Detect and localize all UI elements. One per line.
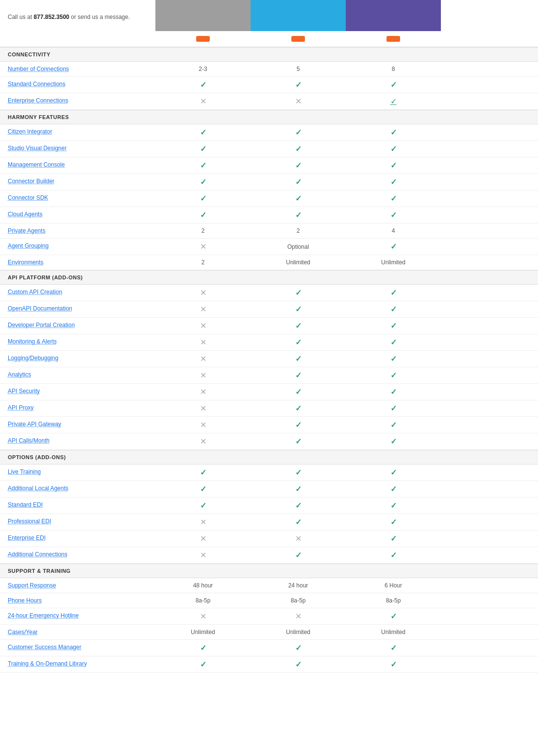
row-standard-0-2: ✕ <box>155 93 251 109</box>
row-label-4-3[interactable]: Cases/Year <box>0 625 155 639</box>
row-professional-2-8: ✓ <box>251 417 346 433</box>
enterprise-contact-cell <box>346 31 441 47</box>
phone-number: 877.852.3500 <box>34 14 69 20</box>
col-professional-header <box>251 0 346 31</box>
professional-contact-button[interactable] <box>291 36 305 42</box>
row-label-3-0[interactable]: Live Training <box>0 464 155 481</box>
row-enterprise-1-4: ✓ <box>346 190 441 206</box>
row-enterprise-3-4: ✓ <box>346 531 441 547</box>
row-standard-3-5: ✕ <box>155 547 251 563</box>
row-label-2-0[interactable]: Custom API Creation <box>0 285 155 301</box>
row-enterprise-1-7: ✓ <box>346 239 441 255</box>
row-enterprise-1-2: ✓ <box>346 157 441 173</box>
header-description: Call us at 877.852.3500 or send us a mes… <box>8 13 148 21</box>
row-professional-3-5: ✓ <box>251 547 346 563</box>
row-label-1-1[interactable]: Studio Visual Designer <box>0 141 155 157</box>
section-fill-pro-4 <box>251 564 346 578</box>
row-label-3-5[interactable]: Additional Connections <box>0 547 155 563</box>
row-label-1-3[interactable]: Connector Builder <box>0 174 155 190</box>
table-row: Training & On-Demand Library ✓ ✓ ✓ <box>0 656 538 673</box>
row-standard-4-0: 48 hour <box>155 578 251 593</box>
row-standard-3-4: ✕ <box>155 531 251 547</box>
row-label-3-2[interactable]: Standard EDI <box>0 498 155 514</box>
row-standard-2-7: ✕ <box>155 400 251 416</box>
row-label-2-3[interactable]: Monitoring & Alerts <box>0 334 155 350</box>
row-label-1-5[interactable]: Cloud Agents <box>0 207 155 223</box>
row-label-2-1[interactable]: OpenAPI Documentation <box>0 301 155 317</box>
row-professional-2-1: ✓ <box>251 301 346 317</box>
section-header-2: API PLATFORM (ADD-ONS) <box>0 270 538 285</box>
row-label-4-0[interactable]: Support Response <box>0 578 155 593</box>
row-professional-0-0: 5 <box>251 62 346 76</box>
row-label-2-8[interactable]: Private API Gateway <box>0 417 155 433</box>
row-label-2-9[interactable]: API Calls/Month <box>0 433 155 449</box>
col-enterprise-header <box>346 0 441 31</box>
row-professional-1-5: ✓ <box>251 207 346 223</box>
row-standard-3-2: ✓ <box>155 498 251 514</box>
standard-contact-button[interactable] <box>196 36 210 42</box>
row-enterprise-2-9: ✓ <box>346 433 441 449</box>
row-standard-1-6: 2 <box>155 223 251 238</box>
section-label-4: SUPPORT & TRAINING <box>0 564 155 578</box>
row-enterprise-4-0: 6 Hour <box>346 578 441 593</box>
row-label-1-7[interactable]: Agent Grouping <box>0 239 155 255</box>
row-label-2-5[interactable]: Analytics <box>0 367 155 383</box>
row-enterprise-1-1: ✓ <box>346 141 441 157</box>
row-standard-2-4: ✕ <box>155 351 251 367</box>
row-enterprise-2-1: ✓ <box>346 301 441 317</box>
row-label-0-2[interactable]: Enterprise Connections <box>0 93 155 109</box>
row-professional-4-1: 8a-5p <box>251 593 346 608</box>
row-standard-2-2: ✕ <box>155 318 251 334</box>
section-fill-ent-3 <box>346 450 441 464</box>
row-enterprise-4-1: 8a-5p <box>346 593 441 608</box>
standard-contact-cell <box>155 31 251 47</box>
row-enterprise-3-1: ✓ <box>346 481 441 497</box>
row-enterprise-2-7: ✓ <box>346 400 441 416</box>
row-professional-4-4: ✓ <box>251 640 346 656</box>
row-label-4-2[interactable]: 24-hour Emergency Hotline <box>0 608 155 624</box>
row-label-2-7[interactable]: API Proxy <box>0 400 155 416</box>
row-standard-1-7: ✕ <box>155 239 251 255</box>
row-label-1-2[interactable]: Management Console <box>0 157 155 173</box>
section-header-4: SUPPORT & TRAINING <box>0 564 538 578</box>
row-label-4-1[interactable]: Phone Hours <box>0 593 155 608</box>
row-label-2-2[interactable]: Developer Portal Creation <box>0 318 155 334</box>
row-label-3-1[interactable]: Additional Local Agents <box>0 481 155 497</box>
row-label-2-6[interactable]: API Security <box>0 384 155 400</box>
table-row: Number of Connections 2-3 5 8 <box>0 62 538 77</box>
row-label-3-4[interactable]: Enterprise EDI <box>0 531 155 547</box>
section-fill-std-1 <box>155 110 251 124</box>
row-professional-4-3: Unlimited <box>251 625 346 639</box>
table-row: Monitoring & Alerts ✕ ✓ ✓ <box>0 334 538 351</box>
row-enterprise-2-8: ✓ <box>346 417 441 433</box>
row-label-4-4[interactable]: Customer Success Manager <box>0 640 155 656</box>
row-label-0-0[interactable]: Number of Connections <box>0 62 155 76</box>
row-label-0-1[interactable]: Standard Connections <box>0 77 155 93</box>
row-label-1-8[interactable]: Environments <box>0 255 155 270</box>
row-professional-2-5: ✓ <box>251 367 346 383</box>
row-standard-2-1: ✕ <box>155 301 251 317</box>
row-label-3-3[interactable]: Professional EDI <box>0 514 155 530</box>
row-label-4-5[interactable]: Training & On-Demand Library <box>0 656 155 672</box>
table-row: Professional EDI ✕ ✓ ✓ <box>0 514 538 531</box>
row-label-1-0[interactable]: Citizen Integrator <box>0 124 155 140</box>
row-enterprise-2-5: ✓ <box>346 367 441 383</box>
row-professional-3-4: ✕ <box>251 531 346 547</box>
row-label-1-6[interactable]: Private Agents <box>0 223 155 238</box>
row-standard-3-1: ✓ <box>155 481 251 497</box>
table-row: Enterprise Connections ✕ ✕ ✓ <box>0 93 538 110</box>
row-standard-1-3: ✓ <box>155 174 251 190</box>
section-fill-pro-1 <box>251 110 346 124</box>
row-label-1-4[interactable]: Connector SDK <box>0 190 155 206</box>
enterprise-contact-button[interactable] <box>387 36 400 42</box>
row-enterprise-4-5: ✓ <box>346 656 441 672</box>
table-row: 24-hour Emergency Hotline ✕ ✕ ✓ <box>0 608 538 625</box>
row-professional-3-3: ✓ <box>251 514 346 530</box>
table-row: Additional Local Agents ✓ ✓ ✓ <box>0 481 538 498</box>
section-fill-std-3 <box>155 450 251 464</box>
row-professional-0-2: ✕ <box>251 93 346 109</box>
row-label-2-4[interactable]: Logging/Debugging <box>0 351 155 367</box>
row-professional-1-0: ✓ <box>251 124 346 140</box>
row-enterprise-1-0: ✓ <box>346 124 441 140</box>
table-row: Customer Success Manager ✓ ✓ ✓ <box>0 640 538 656</box>
